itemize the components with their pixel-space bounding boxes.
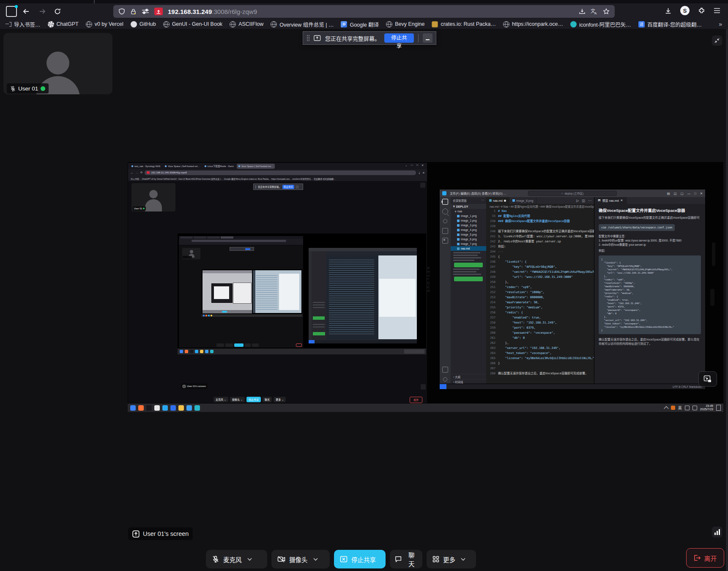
bookmark-item[interactable]: 百度翻译-您的超级翻… — [638, 20, 702, 28]
banner-stop-share-button[interactable]: 停止共享 — [384, 33, 414, 43]
microphone-button[interactable]: 麦克风 — [206, 550, 267, 568]
file-row: image_2.png — [451, 218, 486, 223]
bookmarks-overflow-chevron[interactable]: » — [719, 19, 722, 29]
code-line: 238 ### 确保VoceSpace配置文件并重启VoceSpace容器 — [486, 219, 594, 224]
line-text: "livekit": { — [498, 259, 526, 264]
wallpaper-smudge — [712, 242, 715, 266]
file-icon — [457, 229, 460, 231]
shield-icon[interactable] — [118, 8, 125, 15]
permissions-toggle-icon[interactable] — [142, 8, 149, 14]
screen-share-label: User 01's screen — [128, 527, 193, 540]
forward-button[interactable] — [36, 5, 49, 18]
save-page-icon[interactable] — [579, 8, 586, 15]
line-text: "license": "ey3BeXAioi3RvSQiLC3hbGci0i3I… — [498, 356, 594, 361]
bookmark-item[interactable]: ASCIIFlow — [230, 21, 263, 27]
line-number: 249 — [486, 275, 498, 280]
stop-share-icon — [340, 556, 348, 563]
file-name: image_4.png — [461, 228, 477, 231]
camera-device-chevron[interactable] — [313, 558, 318, 561]
file-name: image_5.png — [461, 233, 477, 236]
preview-heading: 确保VoceSpace配置文件并重启VoceSpace容器 — [599, 207, 701, 213]
bookmark-star-icon[interactable] — [603, 8, 610, 15]
line-text: 例如: — [498, 244, 506, 249]
vscode-titlebar: 文件(F) 编辑(E) 选择(S) 查看(V) 转到(G) … ⌕deploy … — [440, 189, 705, 197]
bookmark-item[interactable]: https://iconpark.oce… — [503, 21, 563, 27]
file-row: image_5.png — [451, 232, 486, 237]
line-text: "redis": { — [498, 310, 523, 315]
inner-tab-favicon — [238, 165, 240, 167]
bookmark-item[interactable]: ChatGPT — [48, 21, 79, 27]
stop-share-button[interactable]: 停止共享 — [334, 550, 386, 568]
line-number: 264 — [486, 351, 498, 356]
sidebar-green-button — [454, 277, 483, 281]
translate-icon[interactable]: 文A — [591, 8, 598, 15]
inner-banner-minimize — [296, 185, 299, 189]
file-icon — [457, 247, 460, 250]
firefox-view-icon[interactable] — [6, 6, 17, 17]
bookmark-item[interactable]: v0 by Vercel — [86, 21, 123, 27]
url-bar[interactable]: 192.168.31.249:3008/r6lg-zqw9 文A — [113, 5, 615, 18]
pip-icon[interactable] — [698, 371, 717, 387]
camera-button[interactable]: 摄像头 — [271, 550, 330, 568]
preview-json-line: "codec": "vp9", — [601, 278, 698, 281]
preview-json-line: } — [601, 329, 698, 332]
line-number: 266 — [486, 361, 498, 366]
inner-tab-favicon — [131, 165, 133, 167]
more-button[interactable]: 更多 — [427, 550, 476, 568]
scrollbar-track[interactable] — [726, 29, 728, 571]
line-text: 确认配置无误并保存退出之后，重启VoceSpace容器即可完成部署。 — [498, 371, 588, 376]
line-text: # Nas — [498, 209, 507, 214]
url-text: 192.168.31.249:3008/r6lg-zqw9 — [168, 8, 574, 15]
banner-drag-handle[interactable] — [307, 35, 309, 41]
l2-taskbar — [178, 349, 426, 354]
code-line: 246 "livekit": { — [486, 259, 594, 264]
camera-muted-icon — [277, 556, 285, 563]
reload-button[interactable] — [51, 5, 64, 18]
preview-json-line: "redis": { — [601, 295, 698, 298]
bookmark-item[interactable]: 导入书签… — [5, 20, 41, 28]
line-number: 260 — [486, 330, 498, 335]
bookmark-item[interactable]: GenUI - Gen-UI Book — [163, 21, 223, 27]
code-line: 247 "key": "APIQLoUrS6qjRQB", — [486, 264, 594, 269]
back-button[interactable] — [19, 5, 33, 18]
line-text: "url": "wss://192.168.31.249:3000" — [498, 275, 573, 280]
bookmark-item[interactable]: Bevy Engine — [386, 21, 424, 27]
bookmark-item[interactable]: Google 翻译 — [341, 20, 379, 28]
line-number: 262 — [486, 340, 498, 346]
banner-divider — [418, 34, 419, 42]
line-text: "codec": "vp9", — [498, 285, 532, 290]
code-line: 249 "url": "wss://192.168.31.249:3000" — [486, 275, 594, 280]
chat-button[interactable]: 聊天 — [390, 550, 422, 568]
bookmark-item[interactable]: GitHub — [131, 21, 156, 27]
s-extension-icon[interactable]: S — [680, 6, 690, 15]
more-chevron[interactable] — [461, 558, 465, 561]
preview-notes-title: 配置文件中需要注意: — [599, 234, 701, 239]
downloads-icon[interactable] — [665, 7, 672, 14]
banner-minimize-button[interactable] — [423, 33, 432, 43]
code-line: 265 "license": "ey3BeXAioi3RvSQiLC3hbGci… — [486, 356, 594, 361]
extensions-puzzle-icon[interactable] — [698, 7, 705, 14]
source-control-icon — [443, 219, 447, 223]
file-icon — [457, 233, 460, 236]
file-row: image_1.png — [451, 214, 486, 218]
inner-banner-stop: 停止共享 — [282, 185, 294, 189]
leave-icon — [693, 555, 701, 561]
preview-json-line: "port": 6379, — [601, 305, 698, 308]
collapse-icon[interactable] — [712, 36, 722, 46]
explorer-title: 资源管理器 — [453, 198, 467, 203]
menu-hamburger-icon[interactable] — [714, 8, 720, 14]
participant-tile[interactable]: User 01 — [3, 33, 112, 94]
mic-device-chevron[interactable] — [247, 558, 252, 561]
bookmark-item[interactable]: Overview 组件总览 | … — [271, 20, 334, 28]
code-line: 239 — [486, 224, 594, 229]
leave-button[interactable]: 离开 — [686, 548, 724, 568]
code-line: 243 例如: — [486, 244, 594, 249]
screenshare-indicator-icon[interactable] — [154, 8, 163, 15]
shared-screen-video: KEYLOVE test_nas - Synology NAS Voce Spa… — [128, 162, 723, 412]
file-row: image_7.png — [451, 242, 486, 246]
l2-participant-label — [183, 256, 192, 258]
lock-warning-icon[interactable] — [130, 8, 137, 15]
line-number: 238 — [486, 219, 498, 224]
bookmark-item[interactable]: iconfont-阿里巴巴矢… — [570, 20, 631, 28]
bookmark-item[interactable]: crates.io: Rust Packa… — [432, 21, 496, 27]
